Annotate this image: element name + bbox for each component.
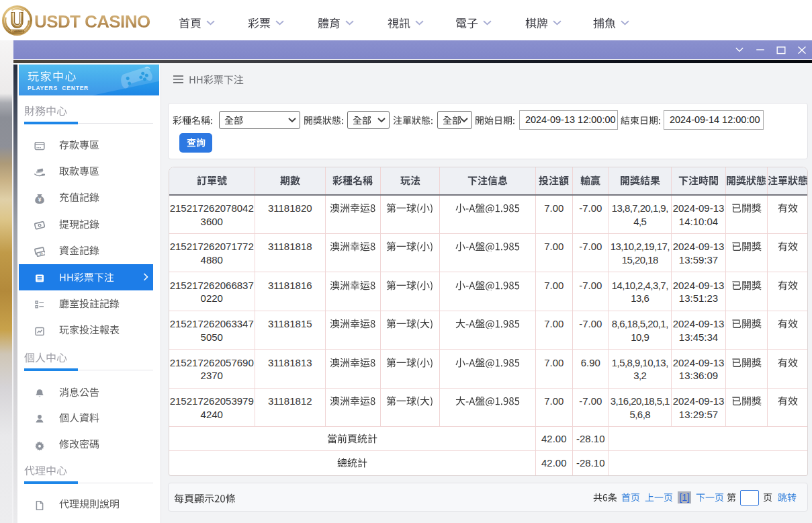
svg-text:¥: ¥ — [38, 196, 42, 203]
svg-text:CASINO: CASINO — [12, 30, 22, 33]
